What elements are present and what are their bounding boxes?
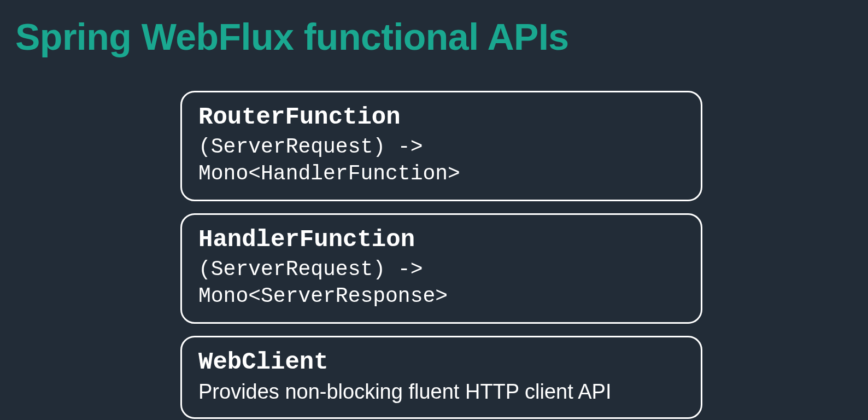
slide-title: Spring WebFlux functional APIs (0, 0, 868, 58)
card-title: RouterFunction (198, 102, 684, 132)
card-description: Provides non-blocking fluent HTTP client… (198, 378, 684, 405)
card-router-function: RouterFunction (ServerRequest) -> Mono<H… (180, 91, 702, 201)
card-signature: (ServerRequest) -> Mono<HandlerFunction> (198, 133, 684, 188)
card-title: HandlerFunction (198, 225, 684, 255)
card-signature: (ServerRequest) -> Mono<ServerResponse> (198, 256, 684, 310)
api-cards-container: RouterFunction (ServerRequest) -> Mono<H… (180, 91, 702, 419)
card-title: WebClient (198, 347, 684, 377)
card-web-client: WebClient Provides non-blocking fluent H… (180, 336, 702, 419)
card-handler-function: HandlerFunction (ServerRequest) -> Mono<… (180, 213, 702, 324)
